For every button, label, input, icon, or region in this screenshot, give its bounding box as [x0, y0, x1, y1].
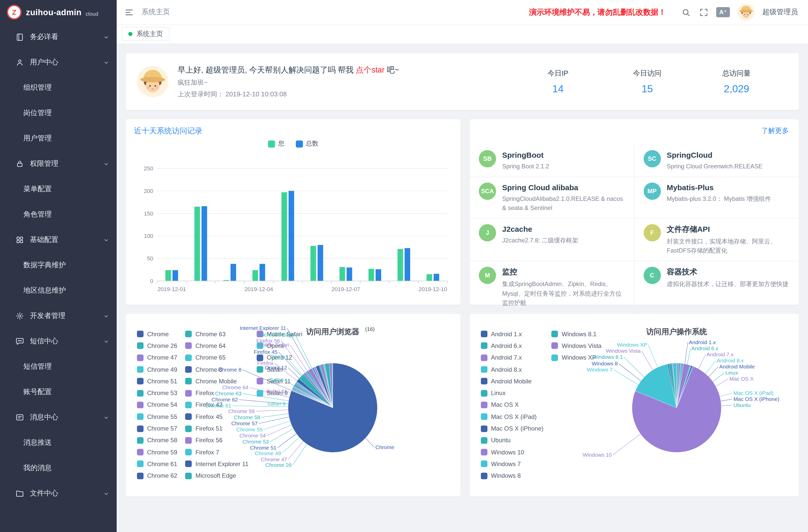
tech-info: J2cacheJ2cache2.7.8: 二级缓存框架: [502, 224, 578, 256]
legend-item[interactable]: Android 1.x: [481, 328, 544, 340]
sidebar-item-dev-management[interactable]: 开发者管理: [0, 303, 117, 329]
folder-icon: [15, 489, 24, 498]
legend-item[interactable]: Safari 9: [257, 387, 302, 399]
search-icon[interactable]: [681, 7, 691, 17]
font-size-icon[interactable]: A⁺: [716, 7, 730, 17]
legend-item[interactable]: Windows 8: [481, 470, 544, 482]
sidebar-item-post-management[interactable]: 岗位管理: [0, 100, 117, 126]
legend-item[interactable]: Firefox 7: [185, 446, 249, 458]
tech-badge: F: [643, 224, 661, 241]
fullscreen-icon[interactable]: [698, 7, 709, 17]
legend-item[interactable]: Mac OS X: [481, 399, 544, 411]
legend-item[interactable]: Chrome 54: [137, 399, 177, 411]
sidebar-item-sms-account[interactable]: 账号配置: [0, 379, 117, 405]
legend-item[interactable]: Windows XP: [552, 352, 602, 364]
legend-item[interactable]: Chrome 62: [137, 470, 177, 482]
legend-item[interactable]: Chrome 26: [137, 340, 177, 352]
app-logo[interactable]: Z zuihou-admin cloud: [0, 0, 117, 24]
bar-legend-item[interactable]: 您: [268, 140, 284, 148]
sidebar-item-auth-management[interactable]: 权限管理: [0, 151, 117, 177]
legend-item[interactable]: Chrome 64: [185, 340, 249, 352]
legend-item[interactable]: Chrome 53: [137, 387, 177, 399]
legend-item[interactable]: Windows 10: [481, 446, 544, 458]
legend-item[interactable]: Safari 11: [257, 375, 302, 387]
legend-item[interactable]: Firefox 42: [185, 399, 249, 411]
legend-label: Firefox 56: [196, 437, 223, 444]
sidebar-item-menu-config[interactable]: 菜单配置: [0, 177, 117, 202]
legend-item[interactable]: Chrome 51: [137, 375, 177, 387]
legend-item[interactable]: Chrome 65: [185, 352, 249, 364]
sidebar-item-org-management[interactable]: 组织管理: [0, 75, 117, 100]
legend-item[interactable]: Ubuntu: [481, 434, 544, 446]
user-avatar[interactable]: [737, 3, 755, 21]
breadcrumb[interactable]: 系统主页: [142, 7, 170, 17]
legend-item[interactable]: Mac OS X (iPad): [481, 411, 544, 423]
legend-item[interactable]: Windows Vista: [552, 340, 602, 352]
sms-icon: [15, 337, 24, 346]
legend-label: Windows Vista: [562, 342, 602, 349]
greeting-suffix: 吧~: [384, 65, 399, 74]
sidebar-item-message-push[interactable]: 消息推送: [0, 430, 117, 455]
legend-item[interactable]: Android 8.x: [481, 364, 544, 375]
legend-item[interactable]: Chrome 55: [137, 411, 177, 423]
legend-item[interactable]: Mobile Safari: [257, 328, 302, 340]
sidebar-item-user-center[interactable]: 用户中心: [0, 50, 117, 75]
sidebar-item-sms-management[interactable]: 短信管理: [0, 354, 117, 379]
legend-item[interactable]: Safari: [257, 364, 302, 375]
legend-item[interactable]: Internet Explorer 11: [185, 458, 249, 470]
legend-item[interactable]: Microsoft Edge: [185, 470, 249, 482]
sidebar-item-file-center[interactable]: 文件中心: [0, 481, 117, 506]
legend-label: Android 1.x: [491, 330, 522, 337]
sidebar-item-region-info[interactable]: 地区信息维护: [0, 278, 117, 303]
legend-item[interactable]: Android 6.x: [481, 340, 544, 352]
tab-home[interactable]: 系统主页: [122, 27, 169, 41]
sidebar-item-role-management[interactable]: 角色管理: [0, 202, 117, 227]
page-content: 早上好, 超级管理员, 今天帮别人解决问题了吗 帮我 点个star 吧~ 疯狂加…: [117, 44, 808, 532]
legend-item[interactable]: Chrome 63: [185, 328, 249, 340]
legend-item[interactable]: Chrome: [137, 328, 177, 340]
learn-more-link[interactable]: 了解更多: [761, 126, 789, 135]
legend-item[interactable]: Chrome 59: [137, 446, 177, 458]
legend-item[interactable]: Firefox 56: [185, 434, 249, 446]
menu-collapse-icon[interactable]: [124, 7, 134, 17]
sidebar-item-my-messages[interactable]: 我的消息: [0, 455, 117, 481]
legend-item[interactable]: Opera 12: [257, 352, 302, 364]
sidebar-item-must-read[interactable]: 务必详看: [0, 24, 117, 50]
sidebar-item-data-dict[interactable]: 数据字典维护: [0, 253, 117, 278]
legend-item[interactable]: Chrome Mobile: [185, 375, 249, 387]
chevron-down-icon: [103, 490, 110, 497]
legend-item[interactable]: Chrome 57: [137, 423, 177, 435]
legend-item[interactable]: Opera: [257, 340, 302, 352]
svg-text:Mac OS X (iPad): Mac OS X (iPad): [733, 390, 773, 396]
legend-item[interactable]: Chrome 8: [185, 364, 249, 375]
legend-item[interactable]: Android 7.x: [481, 352, 544, 364]
legend-item[interactable]: Mac OS X (iPhone): [481, 423, 544, 435]
sidebar-item-base-config[interactable]: 基础配置: [0, 227, 117, 253]
sidebar-item-sms-center[interactable]: 短信中心: [0, 329, 117, 354]
legend-item[interactable]: Chrome 47: [137, 352, 177, 364]
star-link[interactable]: 点个star: [356, 65, 385, 74]
legend-item[interactable]: Firefox 45: [185, 411, 249, 423]
legend-swatch: [257, 354, 263, 361]
sidebar-item-message-center[interactable]: 消息中心: [0, 405, 117, 430]
legend-item[interactable]: Windows 7: [481, 458, 544, 470]
legend-swatch: [185, 378, 192, 385]
stat-value: 15: [632, 83, 662, 95]
bar-legend-item[interactable]: 总数: [296, 140, 318, 148]
legend-item[interactable]: Chrome 61: [137, 458, 177, 470]
legend-item[interactable]: Firefox 51: [185, 423, 249, 435]
legend-item[interactable]: Chrome 58: [137, 434, 177, 446]
legend-item[interactable]: Windows 8.1: [552, 328, 602, 340]
svg-text:Android 8.x: Android 8.x: [717, 357, 744, 363]
chevron-down-icon: [103, 34, 110, 40]
legend-item[interactable]: Linux: [481, 387, 544, 399]
legend-item[interactable]: Chrome 49: [137, 364, 177, 375]
greeting-info: 早上好, 超级管理员, 今天帮别人解决问题了吗 帮我 点个star 吧~ 疯狂加…: [178, 65, 399, 99]
legend-label: Chrome 51: [147, 378, 177, 385]
legend-item[interactable]: Android Mobile: [481, 375, 544, 387]
chevron-down-icon: [103, 161, 110, 167]
sidebar-item-user-management[interactable]: 用户管理: [0, 126, 117, 151]
legend-item[interactable]: Firefox: [185, 387, 249, 399]
svg-text:Mac OS X (iPhone): Mac OS X (iPhone): [733, 396, 779, 402]
admin-dashboard: Z zuihou-admin cloud 务必详看用户中心组织管理岗位管理用户管…: [0, 0, 808, 532]
